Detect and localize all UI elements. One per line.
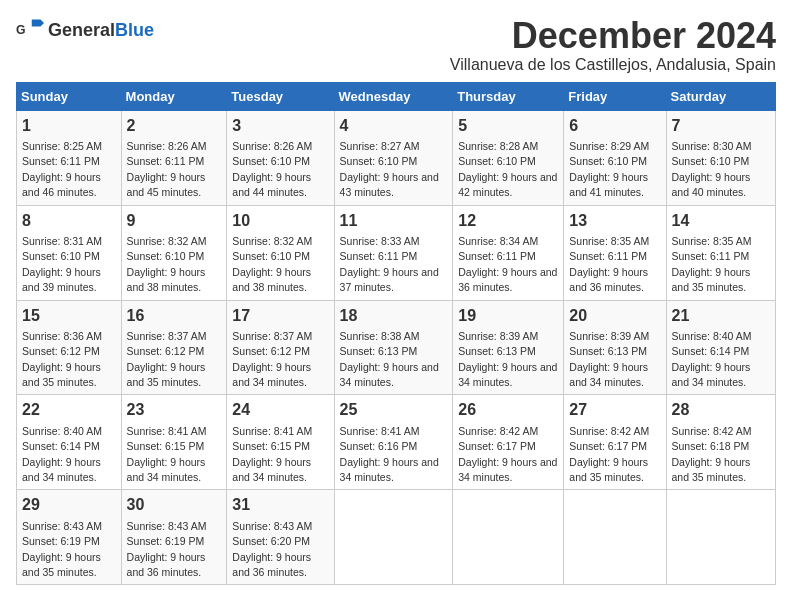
day-info: Sunrise: 8:42 AMSunset: 6:18 PMDaylight:… <box>672 425 752 483</box>
day-cell: 22Sunrise: 8:40 AMSunset: 6:14 PMDayligh… <box>17 395 122 490</box>
day-cell: 5Sunrise: 8:28 AMSunset: 6:10 PMDaylight… <box>453 110 564 205</box>
col-header-tuesday: Tuesday <box>227 82 334 110</box>
header-row: SundayMondayTuesdayWednesdayThursdayFrid… <box>17 82 776 110</box>
col-header-wednesday: Wednesday <box>334 82 453 110</box>
day-number: 23 <box>127 399 222 421</box>
day-info: Sunrise: 8:30 AMSunset: 6:10 PMDaylight:… <box>672 140 752 198</box>
day-info: Sunrise: 8:25 AMSunset: 6:11 PMDaylight:… <box>22 140 102 198</box>
day-cell: 30Sunrise: 8:43 AMSunset: 6:19 PMDayligh… <box>121 490 227 585</box>
day-info: Sunrise: 8:41 AMSunset: 6:16 PMDaylight:… <box>340 425 439 483</box>
day-info: Sunrise: 8:42 AMSunset: 6:17 PMDaylight:… <box>458 425 557 483</box>
day-info: Sunrise: 8:37 AMSunset: 6:12 PMDaylight:… <box>127 330 207 388</box>
day-number: 26 <box>458 399 558 421</box>
day-number: 10 <box>232 210 328 232</box>
day-number: 1 <box>22 115 116 137</box>
svg-text:G: G <box>16 23 26 37</box>
day-cell: 23Sunrise: 8:41 AMSunset: 6:15 PMDayligh… <box>121 395 227 490</box>
day-number: 27 <box>569 399 660 421</box>
day-info: Sunrise: 8:35 AMSunset: 6:11 PMDaylight:… <box>569 235 649 293</box>
day-cell <box>666 490 775 585</box>
day-number: 4 <box>340 115 448 137</box>
day-cell: 29Sunrise: 8:43 AMSunset: 6:19 PMDayligh… <box>17 490 122 585</box>
day-cell: 7Sunrise: 8:30 AMSunset: 6:10 PMDaylight… <box>666 110 775 205</box>
col-header-monday: Monday <box>121 82 227 110</box>
col-header-friday: Friday <box>564 82 666 110</box>
day-info: Sunrise: 8:36 AMSunset: 6:12 PMDaylight:… <box>22 330 102 388</box>
day-number: 5 <box>458 115 558 137</box>
title-area: December 2024 Villanueva de los Castille… <box>450 16 776 74</box>
day-info: Sunrise: 8:26 AMSunset: 6:10 PMDaylight:… <box>232 140 312 198</box>
day-cell: 10Sunrise: 8:32 AMSunset: 6:10 PMDayligh… <box>227 205 334 300</box>
day-number: 15 <box>22 305 116 327</box>
day-number: 12 <box>458 210 558 232</box>
week-row-3: 15Sunrise: 8:36 AMSunset: 6:12 PMDayligh… <box>17 300 776 395</box>
day-info: Sunrise: 8:41 AMSunset: 6:15 PMDaylight:… <box>232 425 312 483</box>
day-info: Sunrise: 8:32 AMSunset: 6:10 PMDaylight:… <box>232 235 312 293</box>
day-info: Sunrise: 8:39 AMSunset: 6:13 PMDaylight:… <box>458 330 557 388</box>
day-number: 29 <box>22 494 116 516</box>
day-number: 22 <box>22 399 116 421</box>
day-cell <box>453 490 564 585</box>
logo-text-blue: Blue <box>115 20 154 40</box>
day-info: Sunrise: 8:27 AMSunset: 6:10 PMDaylight:… <box>340 140 439 198</box>
day-info: Sunrise: 8:29 AMSunset: 6:10 PMDaylight:… <box>569 140 649 198</box>
day-info: Sunrise: 8:35 AMSunset: 6:11 PMDaylight:… <box>672 235 752 293</box>
day-info: Sunrise: 8:33 AMSunset: 6:11 PMDaylight:… <box>340 235 439 293</box>
day-cell <box>564 490 666 585</box>
day-cell: 12Sunrise: 8:34 AMSunset: 6:11 PMDayligh… <box>453 205 564 300</box>
day-number: 9 <box>127 210 222 232</box>
day-info: Sunrise: 8:40 AMSunset: 6:14 PMDaylight:… <box>22 425 102 483</box>
week-row-5: 29Sunrise: 8:43 AMSunset: 6:19 PMDayligh… <box>17 490 776 585</box>
day-cell: 26Sunrise: 8:42 AMSunset: 6:17 PMDayligh… <box>453 395 564 490</box>
day-cell: 2Sunrise: 8:26 AMSunset: 6:11 PMDaylight… <box>121 110 227 205</box>
day-number: 31 <box>232 494 328 516</box>
day-number: 24 <box>232 399 328 421</box>
day-cell: 11Sunrise: 8:33 AMSunset: 6:11 PMDayligh… <box>334 205 453 300</box>
day-number: 16 <box>127 305 222 327</box>
day-info: Sunrise: 8:38 AMSunset: 6:13 PMDaylight:… <box>340 330 439 388</box>
logo: G GeneralBlue <box>16 16 154 44</box>
day-cell: 9Sunrise: 8:32 AMSunset: 6:10 PMDaylight… <box>121 205 227 300</box>
day-info: Sunrise: 8:31 AMSunset: 6:10 PMDaylight:… <box>22 235 102 293</box>
day-number: 7 <box>672 115 770 137</box>
day-number: 3 <box>232 115 328 137</box>
day-info: Sunrise: 8:26 AMSunset: 6:11 PMDaylight:… <box>127 140 207 198</box>
day-number: 6 <box>569 115 660 137</box>
day-info: Sunrise: 8:43 AMSunset: 6:19 PMDaylight:… <box>22 520 102 578</box>
day-number: 14 <box>672 210 770 232</box>
day-number: 20 <box>569 305 660 327</box>
header: G GeneralBlue December 2024 Villanueva d… <box>16 16 776 74</box>
day-info: Sunrise: 8:40 AMSunset: 6:14 PMDaylight:… <box>672 330 752 388</box>
day-info: Sunrise: 8:41 AMSunset: 6:15 PMDaylight:… <box>127 425 207 483</box>
day-number: 2 <box>127 115 222 137</box>
day-cell: 19Sunrise: 8:39 AMSunset: 6:13 PMDayligh… <box>453 300 564 395</box>
day-number: 13 <box>569 210 660 232</box>
day-cell: 24Sunrise: 8:41 AMSunset: 6:15 PMDayligh… <box>227 395 334 490</box>
day-info: Sunrise: 8:39 AMSunset: 6:13 PMDaylight:… <box>569 330 649 388</box>
logo-icon: G <box>16 16 44 44</box>
day-info: Sunrise: 8:43 AMSunset: 6:19 PMDaylight:… <box>127 520 207 578</box>
day-cell: 21Sunrise: 8:40 AMSunset: 6:14 PMDayligh… <box>666 300 775 395</box>
day-cell: 14Sunrise: 8:35 AMSunset: 6:11 PMDayligh… <box>666 205 775 300</box>
day-cell: 13Sunrise: 8:35 AMSunset: 6:11 PMDayligh… <box>564 205 666 300</box>
day-number: 11 <box>340 210 448 232</box>
main-title: December 2024 <box>450 16 776 56</box>
calendar-table: SundayMondayTuesdayWednesdayThursdayFrid… <box>16 82 776 586</box>
day-cell: 20Sunrise: 8:39 AMSunset: 6:13 PMDayligh… <box>564 300 666 395</box>
day-info: Sunrise: 8:28 AMSunset: 6:10 PMDaylight:… <box>458 140 557 198</box>
col-header-sunday: Sunday <box>17 82 122 110</box>
day-info: Sunrise: 8:43 AMSunset: 6:20 PMDaylight:… <box>232 520 312 578</box>
day-cell: 8Sunrise: 8:31 AMSunset: 6:10 PMDaylight… <box>17 205 122 300</box>
day-number: 17 <box>232 305 328 327</box>
day-cell: 4Sunrise: 8:27 AMSunset: 6:10 PMDaylight… <box>334 110 453 205</box>
day-cell: 15Sunrise: 8:36 AMSunset: 6:12 PMDayligh… <box>17 300 122 395</box>
day-info: Sunrise: 8:42 AMSunset: 6:17 PMDaylight:… <box>569 425 649 483</box>
day-cell: 3Sunrise: 8:26 AMSunset: 6:10 PMDaylight… <box>227 110 334 205</box>
day-cell: 25Sunrise: 8:41 AMSunset: 6:16 PMDayligh… <box>334 395 453 490</box>
col-header-thursday: Thursday <box>453 82 564 110</box>
day-number: 19 <box>458 305 558 327</box>
day-info: Sunrise: 8:37 AMSunset: 6:12 PMDaylight:… <box>232 330 312 388</box>
day-number: 30 <box>127 494 222 516</box>
day-number: 8 <box>22 210 116 232</box>
day-number: 21 <box>672 305 770 327</box>
